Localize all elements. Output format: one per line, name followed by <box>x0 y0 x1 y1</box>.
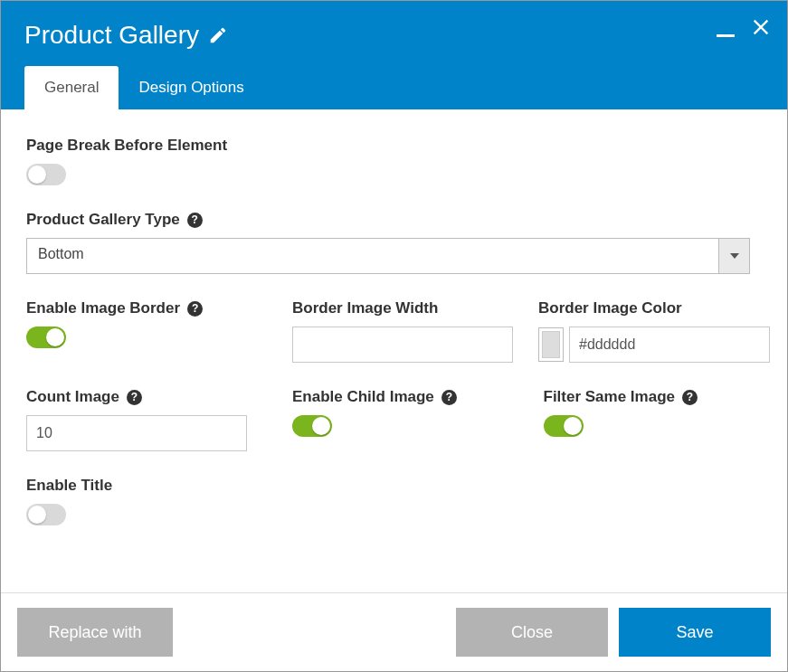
dialog-header: Product Gallery General Design Options <box>1 1 787 109</box>
field-filter-same: Filter Same Image ? <box>544 388 770 451</box>
button-label: Close <box>511 623 553 642</box>
field-label: Enable Image Border <box>26 299 180 317</box>
pencil-icon[interactable] <box>208 25 228 45</box>
button-label: Save <box>676 623 713 642</box>
help-icon[interactable]: ? <box>682 390 698 405</box>
toggle-enable-child[interactable] <box>292 415 332 437</box>
help-icon[interactable]: ? <box>127 390 142 405</box>
field-border-width: Border Image Width <box>292 299 513 363</box>
toggle-page-break[interactable] <box>26 164 66 185</box>
close-icon[interactable] <box>751 17 771 41</box>
field-enable-title: Enable Title <box>26 477 769 525</box>
replace-with-button[interactable]: Replace with <box>17 608 173 657</box>
field-gallery-type: Product Gallery Type ? Bottom <box>26 211 769 274</box>
help-icon[interactable]: ? <box>187 213 203 228</box>
save-button[interactable]: Save <box>619 608 771 657</box>
field-count-image: Count Image ? <box>26 388 258 451</box>
select-value: Bottom <box>27 239 718 273</box>
chevron-down-icon <box>718 239 749 273</box>
dialog-body[interactable]: Page Break Before Element Product Galler… <box>1 109 787 592</box>
field-enable-border: Enable Image Border ? <box>26 299 258 363</box>
tab-label: Design Options <box>138 79 243 96</box>
field-label: Enable Title <box>26 477 112 495</box>
select-gallery-type[interactable]: Bottom <box>26 238 750 274</box>
color-swatch[interactable] <box>538 327 564 362</box>
tab-general[interactable]: General <box>24 66 119 109</box>
field-enable-child: Enable Child Image ? <box>292 388 518 451</box>
close-button[interactable]: Close <box>456 608 608 657</box>
minimize-button[interactable] <box>717 34 735 37</box>
field-label: Border Image Width <box>292 299 438 317</box>
dialog-footer: Replace with Close Save <box>1 592 787 671</box>
field-label: Count Image <box>26 388 119 406</box>
toggle-enable-border[interactable] <box>26 327 66 348</box>
field-label: Filter Same Image <box>544 388 676 406</box>
field-label: Product Gallery Type <box>26 211 180 229</box>
toggle-enable-title[interactable] <box>26 504 66 525</box>
dialog-title: Product Gallery <box>24 21 199 50</box>
field-label: Enable Child Image <box>292 388 434 406</box>
tab-label: General <box>44 79 99 96</box>
tab-bar: General Design Options <box>19 66 769 109</box>
field-label: Page Break Before Element <box>26 137 227 155</box>
tab-design-options[interactable]: Design Options <box>119 66 263 109</box>
button-label: Replace with <box>48 623 141 642</box>
input-count-image[interactable] <box>26 415 247 451</box>
toggle-filter-same[interactable] <box>544 415 584 437</box>
help-icon[interactable]: ? <box>441 390 457 405</box>
dialog-window: Product Gallery General Design Options P… <box>0 0 788 672</box>
help-icon[interactable]: ? <box>187 301 203 317</box>
field-border-color: Border Image Color <box>538 299 770 363</box>
field-page-break: Page Break Before Element <box>26 137 769 185</box>
input-border-width[interactable] <box>292 327 513 363</box>
input-border-color[interactable] <box>569 327 770 363</box>
field-label: Border Image Color <box>538 299 682 317</box>
